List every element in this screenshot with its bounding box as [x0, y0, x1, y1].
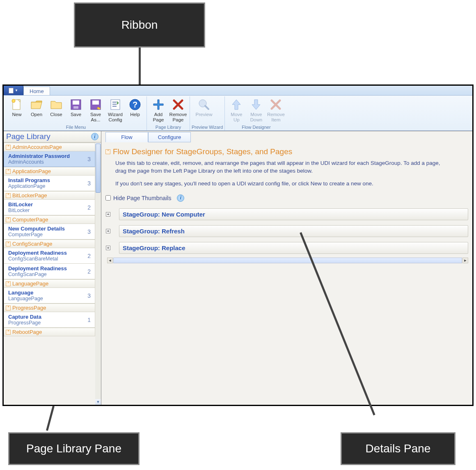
details-pane: Flow Configure ˄ Flow Designer for Stage…	[101, 131, 472, 405]
save-button[interactable]: Save	[66, 96, 86, 124]
expand-icon[interactable]: +	[106, 212, 110, 217]
page-library-group-header[interactable]: ˄ConfigScanPage	[4, 240, 95, 248]
remove-item-button[interactable]: Remove Item	[266, 96, 286, 124]
stage-group-label: StageGroup: Replace	[123, 244, 185, 251]
page-library-header: Page Library i	[4, 131, 101, 142]
svg-rect-4	[73, 100, 79, 105]
app-menu-button[interactable]: ▼	[4, 86, 23, 95]
ribbon-group-label: File Menu	[7, 124, 145, 130]
scroll-right-icon[interactable]: ►	[462, 258, 468, 263]
add-page-button[interactable]: Add Page	[149, 96, 168, 124]
page-library-item[interactable]: Capture DataProgressPage1	[4, 312, 95, 328]
open-button[interactable]: Open	[27, 96, 46, 124]
folder-open-icon	[30, 98, 43, 111]
label: Preview	[196, 112, 213, 117]
group-name: ConfigScanPage	[12, 241, 53, 247]
annotation-page-library-pane: Page Library Pane	[8, 432, 140, 465]
scrollbar[interactable]: ▲ ▼	[95, 143, 101, 405]
item-subtitle: ComputerPage	[8, 232, 65, 237]
scroll-left-icon[interactable]: ◄	[107, 258, 113, 263]
annotation-line	[46, 406, 55, 431]
arrow-up-icon	[230, 98, 243, 111]
scroll-down-icon[interactable]: ▼	[95, 399, 101, 405]
folder-icon	[50, 98, 63, 111]
plus-icon	[152, 98, 165, 111]
chevron-up-icon: ˄	[6, 169, 11, 174]
expand-icon[interactable]: +	[106, 246, 110, 250]
chevron-up-icon[interactable]: ˄	[105, 149, 110, 154]
page-library-item[interactable]: BitLockerBitLocker2	[4, 200, 95, 215]
flow-description-2: If you don't see any stages, you'll need…	[115, 180, 452, 188]
item-title: Deployment Readiness	[8, 265, 67, 272]
group-name: BitLockerPage	[12, 192, 47, 198]
item-title: BitLocker	[8, 201, 33, 208]
chevron-up-icon: ˄	[6, 330, 11, 335]
label: Open	[31, 112, 42, 117]
expand-icon[interactable]: +	[106, 229, 110, 233]
page-library-item[interactable]: New Computer DetailsComputerPage3	[4, 224, 95, 240]
save-as-icon	[89, 98, 102, 111]
stage-group-row[interactable]: StageGroup: Refresh	[119, 225, 468, 237]
item-count: 2	[87, 253, 92, 259]
label: Move Up	[227, 112, 246, 122]
page-library-item[interactable]: Deployment ReadinessConfigScanBareMetal2	[4, 248, 95, 264]
chevron-up-icon: ˄	[6, 306, 11, 310]
page-library-group-header[interactable]: ˄BitLockerPage	[4, 191, 95, 200]
x-icon	[269, 98, 282, 111]
move-down-button[interactable]: Move Down	[246, 96, 266, 124]
remove-page-button[interactable]: Remove Page	[168, 96, 188, 124]
hide-thumbnails-checkbox[interactable]	[105, 195, 111, 201]
app-window: ▼ Home New Open	[2, 84, 474, 406]
page-library-item[interactable]: Install ProgramsApplicationPage3	[4, 176, 95, 191]
horizontal-scrollbar[interactable]: ◄ ►	[107, 257, 468, 264]
page-library-group-header[interactable]: ˄ComputerPage	[4, 215, 95, 224]
new-button[interactable]: New	[7, 96, 27, 124]
page-library-item[interactable]: Deployment ReadinessConfigScanPage2	[4, 264, 95, 279]
scroll-track[interactable]	[113, 258, 462, 263]
item-title: New Computer Details	[8, 226, 65, 232]
item-count: 2	[87, 268, 92, 275]
hide-thumbnails-row: Hide Page Thumbnails i	[105, 194, 468, 202]
info-icon[interactable]: i	[91, 133, 98, 140]
hide-thumbnails-label: Hide Page Thumbnails	[113, 195, 171, 201]
preview-icon	[197, 98, 211, 111]
page-library-group-header[interactable]: ˄LanguagePage	[4, 279, 95, 288]
label: Wizard Config	[106, 112, 125, 122]
group-name: ProgressPage	[12, 305, 46, 311]
page-library-group-header[interactable]: ˄ProgressPage	[4, 303, 95, 312]
page-library-pane: Page Library i ˄AdminAccountsPageAdminis…	[4, 131, 101, 405]
page-library-group-header[interactable]: ˄RebootPage	[4, 328, 95, 336]
scroll-thumb[interactable]	[96, 144, 101, 193]
chevron-up-icon: ˄	[6, 281, 11, 286]
item-subtitle: AdminAccounts	[8, 159, 70, 165]
stage-group-row[interactable]: StageGroup: New Computer	[119, 208, 468, 220]
item-title: Deployment Readiness	[8, 250, 67, 256]
page-library-group-header[interactable]: ˄AdminAccountsPage	[4, 143, 95, 151]
svg-text:?: ?	[133, 100, 137, 109]
tab-home[interactable]: Home	[23, 87, 50, 95]
wizard-config-icon	[109, 98, 122, 111]
wizard-config-button[interactable]: Wizard Config	[105, 96, 125, 124]
flow-header: ˄ Flow Designer for StageGroups, Stages,…	[105, 147, 468, 156]
ribbon-group-label: Preview Wizard	[192, 124, 223, 130]
save-as-button[interactable]: Save As...	[86, 96, 105, 124]
move-up-button[interactable]: Move Up	[227, 96, 246, 124]
ribbon: New Open Close	[4, 96, 472, 131]
details-body: ˄ Flow Designer for StageGroups, Stages,…	[101, 142, 472, 264]
preview-button[interactable]: Preview	[192, 96, 216, 124]
group-name: LanguagePage	[12, 281, 48, 287]
item-count: 3	[87, 156, 92, 162]
close-button[interactable]: Close	[46, 96, 66, 124]
page-library-item[interactable]: LanguageLanguagePage3	[4, 288, 95, 303]
help-button[interactable]: ? Help	[125, 96, 145, 124]
details-tabs: Flow Configure	[101, 131, 472, 142]
stage-group-row[interactable]: StageGroup: Replace	[119, 242, 468, 254]
page-library-item[interactable]: Administrator PasswordAdminAccounts3	[4, 151, 95, 167]
page-library-group-header[interactable]: ˄ApplicationPage	[4, 167, 95, 176]
tab-flow[interactable]: Flow	[105, 132, 148, 142]
arrow-down-icon	[249, 98, 263, 111]
item-subtitle: BitLocker	[8, 208, 33, 213]
info-icon[interactable]: i	[177, 194, 184, 202]
tab-configure[interactable]: Configure	[148, 132, 191, 142]
document-icon	[9, 88, 14, 94]
